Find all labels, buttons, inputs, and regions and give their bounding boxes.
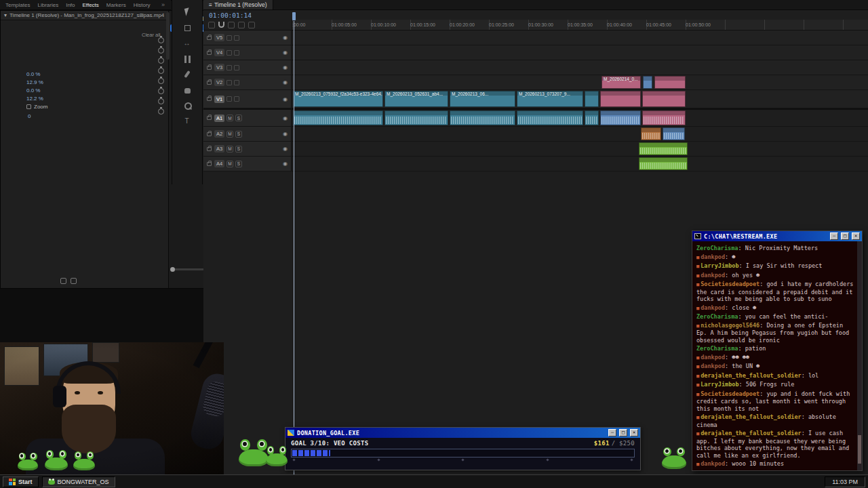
track-lane[interactable] [292, 157, 868, 171]
timeline-clip[interactable] [600, 91, 641, 107]
track-name[interactable]: V3 [214, 64, 224, 71]
razor-tool-icon[interactable] [183, 55, 192, 64]
track-name[interactable]: A4 [214, 160, 224, 167]
mute-button[interactable]: M [226, 161, 233, 167]
hand-tool-icon[interactable] [183, 86, 192, 95]
stopwatch-icon[interactable] [158, 58, 164, 64]
donation-titlebar[interactable]: DONATION_GOAL.EXE [285, 428, 640, 438]
taskbar-clock[interactable]: 11:03 PM [825, 476, 865, 487]
source-patch-icon[interactable] [226, 96, 232, 102]
track-lock-icon[interactable] [207, 36, 212, 40]
panel-scrollbar[interactable] [166, 12, 170, 60]
panel-tab[interactable]: Templates [5, 2, 30, 8]
track-name[interactable]: V1 [214, 96, 224, 103]
track-lock-icon[interactable] [207, 66, 212, 70]
timeline-timecode[interactable]: 01:00:01:14 [209, 12, 252, 19]
track-output-toggle-icon[interactable] [283, 146, 288, 152]
stopwatch-icon[interactable] [158, 78, 164, 84]
track-output-toggle-icon[interactable] [283, 131, 288, 137]
timeline-clip[interactable] [517, 110, 583, 125]
taskbar-app-button[interactable]: BONGWATER_OS [42, 476, 115, 487]
timeline-clip[interactable] [639, 157, 688, 170]
linked-selection-icon[interactable] [228, 22, 235, 28]
sync-lock-icon[interactable] [234, 50, 239, 56]
fx-parameter-value[interactable]: 12.2 % [26, 96, 43, 102]
track-lane[interactable] [292, 142, 868, 156]
track-output-toggle-icon[interactable] [283, 35, 288, 41]
scrollbar-thumb[interactable] [858, 435, 861, 464]
track-lane[interactable] [292, 127, 868, 141]
fx-zoom-value[interactable]: 0 [28, 113, 31, 119]
stopwatch-icon[interactable] [158, 37, 164, 43]
fx-parameter-value[interactable]: 12.9 % [26, 79, 43, 85]
track-lock-icon[interactable] [207, 51, 212, 55]
stopwatch-icon[interactable] [158, 88, 164, 94]
track-output-toggle-icon[interactable] [283, 161, 288, 167]
track-lock-icon[interactable] [207, 162, 212, 166]
track-name[interactable]: A1 [214, 115, 224, 122]
timeline-clip[interactable] [384, 110, 448, 125]
chat-titlebar[interactable]: C:\CHAT\RESTREAM.EXE [692, 231, 862, 241]
track-lock-icon[interactable] [207, 97, 212, 101]
track-output-toggle-icon[interactable] [283, 115, 288, 121]
track-lock-icon[interactable] [207, 116, 212, 120]
solo-button[interactable]: S [235, 115, 242, 121]
stopwatch-icon[interactable] [158, 98, 164, 104]
solo-button[interactable]: S [235, 146, 242, 152]
timeline-clip[interactable] [639, 142, 688, 155]
source-patch-icon[interactable] [226, 80, 232, 85]
sync-lock-icon[interactable] [234, 96, 239, 102]
fx-parameter-value[interactable]: 0.0 % [26, 87, 40, 94]
stopwatch-icon[interactable] [158, 47, 164, 54]
timeline-clip[interactable] [663, 127, 685, 140]
track-lane[interactable]: M_20260213_075932_f2a34c53-e323-4e64... … [292, 90, 868, 108]
timeline-clip[interactable]: M_20260213_06... [450, 91, 515, 107]
timeline-clip[interactable] [293, 110, 383, 125]
fx-source-selector[interactable]: Timeline 1 (Resolve) - Man_in_frog_20251… [1, 11, 169, 20]
track-output-toggle-icon[interactable] [283, 96, 288, 102]
source-patch-icon[interactable] [226, 65, 232, 70]
snap-magnet-icon[interactable] [218, 22, 224, 28]
marker-icon[interactable] [238, 22, 245, 28]
source-patch-icon[interactable] [226, 35, 232, 41]
timeline-clip[interactable] [450, 110, 515, 125]
track-output-toggle-icon[interactable] [283, 79, 288, 85]
track-output-toggle-icon[interactable] [283, 49, 288, 56]
track-output-toggle-icon[interactable] [283, 64, 288, 70]
track-name[interactable]: A2 [214, 130, 224, 138]
track-select-tool-icon[interactable] [183, 24, 192, 33]
solo-button[interactable]: S [235, 131, 242, 138]
track-lock-icon[interactable] [207, 81, 212, 85]
timeline-clip[interactable] [641, 127, 661, 140]
timeline-ruler[interactable]: :00:0001:00:05:0001:00:10:0001:00:15:000… [292, 20, 868, 30]
sync-lock-icon[interactable] [234, 35, 239, 41]
zoom-tool-icon[interactable] [183, 102, 192, 110]
track-name[interactable]: V2 [214, 79, 224, 86]
close-button[interactable] [852, 232, 860, 240]
track-name[interactable]: A3 [214, 145, 224, 152]
minimize-button[interactable] [608, 429, 616, 436]
scrollbar-handle[interactable] [170, 267, 175, 272]
timeline-clip[interactable] [643, 76, 652, 89]
sync-lock-icon[interactable] [234, 80, 239, 85]
source-patch-icon[interactable] [226, 50, 232, 56]
timeline-clip[interactable] [642, 91, 686, 107]
stopwatch-icon[interactable] [158, 68, 164, 74]
panel-tab[interactable]: Markers [106, 2, 126, 8]
panel-tab[interactable]: Effects [83, 2, 99, 8]
timeline-clip[interactable]: M_20260214_0... [601, 76, 641, 89]
timeline-clip[interactable] [654, 76, 686, 89]
track-lock-icon[interactable] [207, 132, 212, 136]
ripple-edit-tool-icon[interactable] [183, 39, 192, 48]
timeline-clip[interactable]: M_20260213_052631_ab4... [384, 91, 448, 107]
track-lane[interactable] [292, 30, 868, 45]
maximize-button[interactable] [619, 429, 627, 436]
panel-tab[interactable]: Info [66, 2, 75, 8]
mute-button[interactable]: M [226, 146, 233, 152]
fx-footer-icon[interactable] [60, 278, 66, 284]
fx-footer-icon[interactable] [71, 278, 77, 284]
type-tool-icon[interactable] [183, 117, 192, 126]
panel-tab[interactable]: History [134, 2, 151, 8]
timeline-clip[interactable] [585, 110, 599, 125]
track-lane[interactable]: M_20260214_0... [292, 75, 868, 89]
